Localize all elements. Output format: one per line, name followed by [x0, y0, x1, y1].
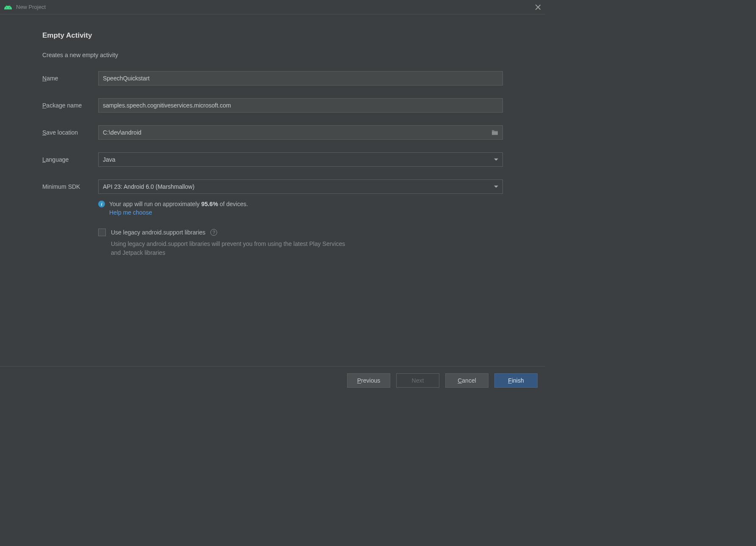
legacy-block: Use legacy android.support libraries ? U…	[98, 229, 503, 257]
new-project-dialog: New Project Empty Activity Creates a new…	[0, 0, 545, 394]
legacy-checkbox-label: Use legacy android.support libraries	[111, 229, 205, 236]
dialog-content: Empty Activity Creates a new empty activ…	[0, 14, 545, 366]
language-value: Java	[103, 156, 116, 163]
titlebar: New Project	[0, 0, 545, 14]
sdk-info: i Your app will run on approximately 95.…	[98, 201, 503, 216]
row-package: Package name	[42, 98, 503, 113]
page-description: Creates a new empty activity	[42, 52, 503, 58]
language-select[interactable]: Java	[98, 152, 503, 167]
browse-folder-icon[interactable]	[491, 130, 499, 135]
label-name: Name	[42, 75, 98, 82]
dialog-footer: Previous Next Cancel Finish	[0, 366, 545, 394]
row-save-location: Save location	[42, 125, 503, 140]
package-input[interactable]	[98, 98, 503, 113]
window-title: New Project	[16, 4, 535, 10]
row-min-sdk: Minimum SDK API 23: Android 6.0 (Marshma…	[42, 179, 503, 194]
sdk-coverage-text: Your app will run on approximately 95.6%…	[109, 201, 248, 207]
label-language: Language	[42, 156, 98, 163]
cancel-button[interactable]: Cancel	[445, 373, 488, 388]
min-sdk-select[interactable]: API 23: Android 6.0 (Marshmallow)	[98, 179, 503, 194]
legacy-checkbox[interactable]	[98, 229, 106, 236]
next-button: Next	[396, 373, 439, 388]
row-name: Name	[42, 71, 503, 85]
close-icon[interactable]	[535, 4, 541, 10]
help-me-choose-link[interactable]: Help me choose	[109, 209, 503, 216]
legacy-note: Using legacy android.support libraries w…	[111, 240, 348, 257]
row-language: Language Java	[42, 152, 503, 167]
info-icon: i	[98, 201, 105, 207]
chevron-down-icon	[494, 186, 498, 188]
min-sdk-value: API 23: Android 6.0 (Marshmallow)	[103, 183, 194, 190]
previous-button[interactable]: Previous	[347, 373, 390, 388]
chevron-down-icon	[494, 159, 498, 161]
label-save-location: Save location	[42, 129, 98, 136]
page-title: Empty Activity	[42, 31, 503, 40]
name-input[interactable]	[98, 71, 503, 85]
svg-point-0	[6, 7, 7, 8]
svg-point-1	[9, 7, 10, 8]
label-package: Package name	[42, 102, 98, 109]
finish-button[interactable]: Finish	[494, 373, 538, 388]
label-min-sdk: Minimum SDK	[42, 183, 98, 190]
help-icon[interactable]: ?	[210, 229, 217, 236]
android-icon	[4, 5, 12, 10]
save-location-input[interactable]	[98, 125, 503, 140]
